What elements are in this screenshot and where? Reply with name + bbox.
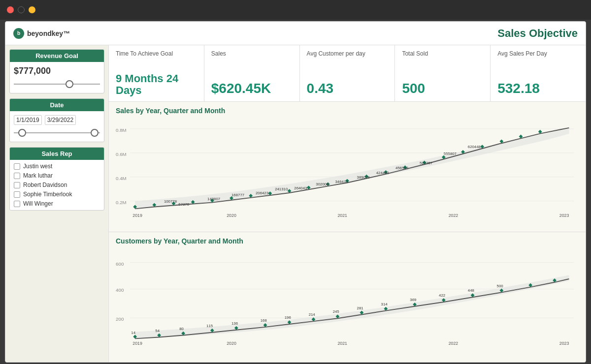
rep-name: Justin west — [23, 163, 52, 170]
svg-text:264043: 264043 — [294, 186, 307, 190]
range-thumb-left[interactable] — [18, 129, 26, 137]
range-thumb-right[interactable] — [91, 129, 98, 137]
sales-chart-title: Sales by Year, Quarter and Month — [116, 107, 579, 115]
kpi-card-avg-sales: Avg Sales Per Day 532.18 — [491, 45, 586, 101]
svg-text:389078: 389078 — [357, 175, 370, 180]
svg-text:555807: 555807 — [444, 152, 457, 156]
maximize-button[interactable] — [29, 6, 35, 13]
svg-text:143807: 143807 — [207, 197, 220, 201]
logo-icon: b — [13, 28, 24, 39]
rep-name: Will Winger — [23, 200, 53, 207]
svg-text:245: 245 — [333, 310, 340, 314]
svg-text:620448: 620448 — [468, 145, 481, 149]
header: b beyondkey™ Sales Objective — [5, 22, 586, 45]
kpi-value-total-sold: 500 — [402, 81, 483, 96]
svg-text:422: 422 — [439, 293, 445, 298]
svg-text:523267: 523267 — [420, 161, 432, 165]
svg-text:54: 54 — [155, 329, 160, 333]
svg-text:500: 500 — [497, 284, 504, 288]
svg-text:346410: 346410 — [335, 180, 349, 184]
sales-rep-list: Justin west Mark luthar Robert Davidson … — [10, 160, 104, 210]
slider-track — [14, 84, 100, 85]
svg-text:2022: 2022 — [449, 213, 459, 218]
svg-text:206423: 206423 — [256, 191, 269, 195]
svg-text:314: 314 — [381, 302, 388, 306]
svg-text:2021: 2021 — [337, 213, 347, 218]
svg-text:369: 369 — [410, 298, 416, 302]
kpi-value-time: 9 Months 24 Days — [116, 73, 197, 96]
kpi-label: Avg Customer per day — [307, 50, 388, 57]
svg-text:2022: 2022 — [449, 341, 459, 346]
svg-text:2020: 2020 — [227, 213, 236, 218]
checkbox-will[interactable] — [14, 201, 20, 207]
sales-chart-svg: 0.8M 0.6M 0.4M 0.2M — [116, 117, 579, 226]
svg-text:281: 281 — [357, 306, 363, 310]
checkbox-justin[interactable] — [14, 163, 20, 170]
sidebar: Revenue Goal $777,000 Date 1/1/2019 — [5, 45, 109, 362]
svg-text:2019: 2019 — [132, 213, 142, 218]
svg-text:2020: 2020 — [227, 341, 236, 346]
charts-area: Sales by Year, Quarter and Month 0.8M 0.… — [109, 102, 586, 362]
titlebar — [0, 0, 591, 20]
svg-text:241310: 241310 — [275, 187, 288, 191]
sales-rep-title: Sales Rep — [10, 148, 104, 160]
sales-chart-container: Sales by Year, Quarter and Month 0.8M 0.… — [109, 102, 586, 232]
logo-text: beyondkey™ — [27, 30, 70, 37]
svg-text:302006: 302006 — [316, 182, 329, 186]
svg-text:168: 168 — [261, 318, 267, 323]
svg-text:14: 14 — [131, 331, 135, 335]
revenue-slider[interactable] — [14, 79, 100, 89]
kpi-card-avg-customer: Avg Customer per day 0.43 — [300, 45, 395, 101]
svg-text:0.2M: 0.2M — [116, 200, 127, 205]
range-track — [14, 132, 100, 133]
kpi-card-total-sold: Total Sold 500 — [395, 45, 491, 101]
checkbox-robert[interactable] — [14, 182, 20, 188]
sales-rep-section: Sales Rep Justin west Mark luthar Robert… — [9, 147, 104, 211]
svg-text:2021: 2021 — [337, 341, 347, 346]
kpi-label: Avg Sales Per Day — [497, 50, 579, 57]
slider-thumb[interactable] — [66, 80, 73, 88]
close-button[interactable] — [7, 6, 14, 13]
revenue-goal-body: $777,000 — [10, 62, 104, 93]
svg-text:136: 136 — [231, 321, 238, 326]
date-end: 3/29/2022 — [45, 115, 76, 125]
checkbox-mark[interactable] — [14, 173, 20, 179]
date-range: 1/1/2019 3/29/2022 — [14, 115, 100, 125]
app-title: Sales Objective — [497, 27, 578, 40]
svg-text:196: 196 — [285, 315, 292, 320]
date-range-slider[interactable] — [14, 128, 100, 138]
date-section: Date 1/1/2019 3/29/2022 — [9, 98, 104, 142]
rep-name: Robert Davidson — [23, 182, 67, 188]
customers-chart-wrapper: 600 400 200 — [116, 247, 579, 356]
minimize-button[interactable] — [18, 6, 25, 13]
sales-rep-item[interactable]: Mark luthar — [14, 172, 100, 179]
kpi-card-time: Time To Achieve Goal 9 Months 24 Days — [109, 45, 204, 101]
svg-text:200: 200 — [116, 316, 124, 322]
svg-text:448: 448 — [468, 288, 475, 293]
app-container: b beyondkey™ Sales Objective Revenue Goa… — [5, 21, 586, 363]
customers-chart-svg: 600 400 200 — [116, 247, 579, 356]
svg-text:0.4M: 0.4M — [116, 176, 127, 181]
kpi-label: Total Sold — [402, 50, 483, 57]
sales-rep-item[interactable]: Sophie Timberlook — [14, 191, 100, 198]
sales-rep-item[interactable]: Justin west — [14, 163, 100, 170]
right-panel: Time To Achieve Goal 9 Months 24 Days Sa… — [109, 45, 586, 362]
sales-chart-wrapper: 0.8M 0.6M 0.4M 0.2M — [116, 117, 579, 226]
sales-rep-item[interactable]: Will Winger — [14, 200, 100, 207]
main-content: Revenue Goal $777,000 Date 1/1/2019 — [5, 45, 586, 362]
kpi-label: Sales — [211, 50, 293, 57]
revenue-goal-title: Revenue Goal — [10, 50, 104, 62]
kpi-card-sales: Sales $620.45K — [204, 45, 300, 101]
rep-name: Sophie Timberlook — [23, 191, 72, 198]
svg-text:100778: 100778 — [164, 199, 177, 204]
rep-name: Mark luthar — [23, 172, 53, 179]
svg-text:0.8M: 0.8M — [116, 127, 127, 133]
svg-text:115: 115 — [206, 324, 213, 328]
svg-text:456566: 456566 — [395, 166, 409, 170]
sales-rep-item[interactable]: Robert Davidson — [14, 182, 100, 188]
checkbox-sophie[interactable] — [14, 191, 20, 198]
date-title: Date — [10, 99, 104, 111]
kpi-row: Time To Achieve Goal 9 Months 24 Days Sa… — [109, 45, 586, 102]
customers-chart-container: Customers by Year, Quarter and Month 600… — [109, 232, 586, 362]
svg-text:67378: 67378 — [178, 203, 189, 207]
